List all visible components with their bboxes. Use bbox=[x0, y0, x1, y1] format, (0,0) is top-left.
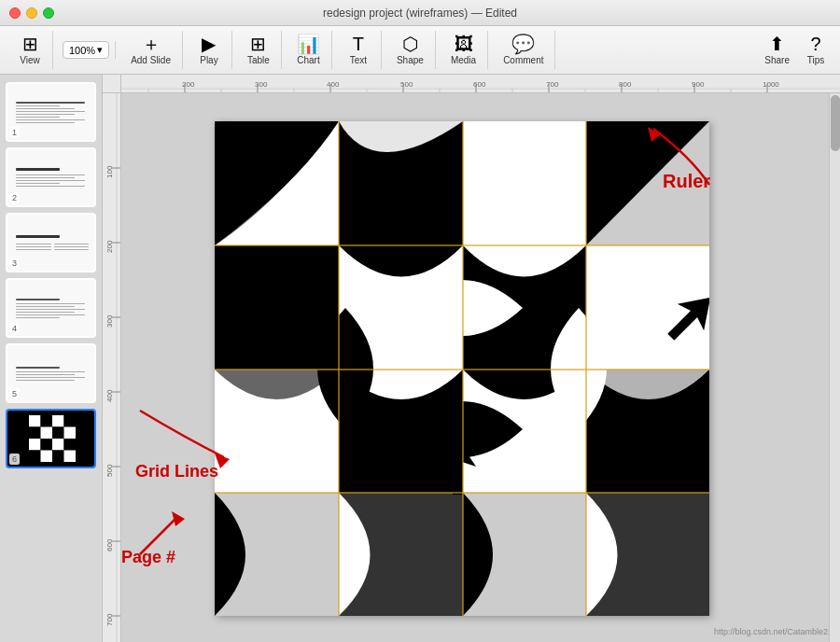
svg-text:400: 400 bbox=[327, 80, 340, 89]
svg-rect-1 bbox=[41, 415, 53, 427]
slide-thumb-4[interactable]: 4 bbox=[6, 278, 96, 338]
svg-text:600: 600 bbox=[473, 80, 486, 89]
slide-preview-6 bbox=[7, 411, 96, 467]
svg-rect-9 bbox=[41, 439, 53, 451]
add-slide-button[interactable]: ＋ Add Slide bbox=[125, 31, 176, 69]
svg-text:200: 200 bbox=[182, 80, 195, 89]
chart-icon: 📊 bbox=[297, 35, 320, 53]
ruler-label: Ruler bbox=[663, 171, 710, 192]
slide-number-3: 3 bbox=[9, 258, 20, 269]
shape-group: ⬡ Shape bbox=[385, 31, 436, 69]
close-button[interactable] bbox=[9, 7, 21, 19]
chart-button[interactable]: 📊 Chart bbox=[291, 31, 326, 69]
canvas-content[interactable]: Ruler Grid Lines Page # http://blog.csd bbox=[121, 93, 840, 642]
svg-text:200: 200 bbox=[105, 240, 114, 253]
comment-button[interactable]: 💬 Comment bbox=[497, 31, 549, 69]
shape-label: Shape bbox=[397, 55, 424, 65]
svg-marker-85 bbox=[172, 511, 185, 526]
page-num-annotation: Page # bbox=[121, 508, 196, 567]
slide-preview-1 bbox=[7, 84, 96, 140]
zoom-value: 100% bbox=[69, 45, 95, 56]
slide-thumb-2[interactable]: 2 bbox=[6, 147, 96, 207]
svg-text:900: 900 bbox=[692, 80, 705, 89]
toolbar: ⊞ View 100% ▾ ＋ Add Slide ▶ Play ⊞ Table… bbox=[0, 26, 840, 75]
chart-group: 📊 Chart bbox=[286, 31, 332, 69]
tips-icon: ? bbox=[810, 35, 820, 53]
canvas-area[interactable]: 200 300 400 500 600 700 800 900 1000 bbox=[103, 75, 840, 642]
svg-text:300: 300 bbox=[255, 80, 268, 89]
slide-thumb-3[interactable]: 3 bbox=[6, 213, 96, 272]
view-button[interactable]: ⊞ View bbox=[13, 31, 47, 69]
slide-preview-2 bbox=[7, 149, 96, 205]
comment-group: 💬 Comment bbox=[492, 31, 555, 69]
svg-rect-11 bbox=[64, 439, 77, 451]
svg-rect-4 bbox=[29, 427, 41, 440]
window-title: redesign project (wireframes) — Edited bbox=[323, 7, 517, 20]
slide-number-5: 5 bbox=[9, 388, 20, 399]
slide-number-6: 6 bbox=[9, 454, 20, 465]
slide-thumb-1[interactable]: 1 bbox=[6, 82, 96, 142]
slide-thumb-5[interactable]: 5 bbox=[6, 343, 96, 403]
comment-icon: 💬 bbox=[511, 35, 535, 53]
svg-text:800: 800 bbox=[619, 80, 632, 89]
text-button[interactable]: T Text bbox=[342, 31, 375, 69]
slide-preview-4 bbox=[7, 280, 96, 336]
svg-rect-15 bbox=[64, 451, 77, 463]
svg-text:500: 500 bbox=[400, 80, 413, 89]
media-group: 🖼 Media bbox=[440, 31, 488, 69]
svg-rect-8 bbox=[29, 439, 41, 451]
traffic-lights bbox=[0, 7, 54, 19]
view-group: ⊞ View bbox=[7, 31, 53, 69]
table-label: Table bbox=[247, 55, 270, 65]
media-button[interactable]: 🖼 Media bbox=[445, 31, 482, 69]
svg-rect-14 bbox=[52, 451, 64, 463]
ruler-annotation: Ruler bbox=[635, 119, 747, 198]
watermark: http://blog.csdn.net/Catamble22 bbox=[714, 627, 833, 636]
play-icon: ▶ bbox=[202, 35, 216, 53]
svg-text:700: 700 bbox=[546, 80, 559, 89]
text-icon: T bbox=[353, 35, 364, 53]
svg-rect-5 bbox=[41, 427, 53, 440]
shape-button[interactable]: ⬡ Shape bbox=[391, 31, 429, 69]
scrollbar-thumb[interactable] bbox=[831, 95, 840, 151]
shape-icon: ⬡ bbox=[402, 35, 418, 53]
add-slide-label: Add Slide bbox=[131, 55, 171, 65]
scrollbar[interactable] bbox=[829, 93, 840, 642]
svg-text:1000: 1000 bbox=[763, 80, 779, 89]
svg-rect-12 bbox=[29, 451, 41, 463]
svg-text:600: 600 bbox=[105, 538, 114, 551]
zoom-control[interactable]: 100% ▾ bbox=[63, 41, 109, 59]
zoom-chevron-icon: ▾ bbox=[97, 44, 103, 56]
main-layout: 1 2 bbox=[0, 75, 840, 642]
play-button[interactable]: ▶ Play bbox=[192, 31, 226, 69]
svg-rect-0 bbox=[29, 415, 41, 427]
add-slide-icon: ＋ bbox=[142, 35, 161, 53]
play-group: ▶ Play bbox=[187, 31, 232, 69]
slide-panel[interactable]: 1 2 bbox=[0, 75, 103, 642]
minimize-button[interactable] bbox=[26, 7, 37, 19]
ruler-corner bbox=[103, 75, 121, 93]
svg-rect-10 bbox=[52, 439, 64, 451]
svg-rect-7 bbox=[64, 427, 77, 440]
media-icon: 🖼 bbox=[455, 35, 473, 53]
comment-label: Comment bbox=[503, 55, 543, 65]
table-icon: ⊞ bbox=[250, 35, 266, 53]
slide-thumb-6[interactable]: 6 bbox=[6, 409, 96, 468]
view-icon: ⊞ bbox=[22, 35, 38, 53]
view-label: View bbox=[20, 55, 40, 65]
add-slide-group: ＋ Add Slide bbox=[119, 31, 183, 69]
table-button[interactable]: ⊞ Table bbox=[242, 31, 275, 69]
svg-text:300: 300 bbox=[105, 314, 114, 328]
share-button[interactable]: ⬆ Share bbox=[759, 31, 795, 69]
chart-label: Chart bbox=[297, 55, 319, 65]
maximize-button[interactable] bbox=[43, 7, 54, 19]
tips-button[interactable]: ? Tips bbox=[799, 31, 833, 69]
ruler-vertical: 100 200 300 400 500 600 700 bbox=[103, 93, 121, 642]
tips-label: Tips bbox=[807, 55, 825, 65]
media-label: Media bbox=[451, 55, 476, 65]
slide-number-4: 4 bbox=[9, 323, 20, 334]
slide-preview-5 bbox=[7, 345, 96, 401]
ruler-horizontal: 200 300 400 500 600 700 800 900 1000 bbox=[121, 75, 840, 93]
zoom-group: 100% ▾ bbox=[57, 41, 116, 59]
svg-rect-6 bbox=[52, 427, 64, 440]
